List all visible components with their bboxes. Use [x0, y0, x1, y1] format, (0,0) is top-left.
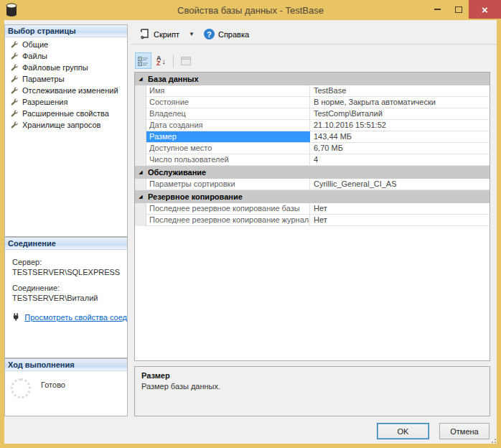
wrench-icon: [10, 63, 19, 72]
server-value: TESTSERVER\SQLEXPRESS: [12, 268, 127, 276]
grid-property-row[interactable]: Размер143,44 МБ: [135, 131, 490, 143]
sort-alphabetical-button[interactable]: AZ ↓: [153, 52, 169, 69]
toolbar-separator: [173, 55, 174, 67]
property-value: Нет: [310, 215, 490, 226]
property-value: Cyrillic_General_CI_AS: [310, 179, 490, 190]
property-value: Нет: [310, 203, 490, 215]
row-gutter: [135, 108, 146, 120]
property-pages-icon: [181, 57, 191, 65]
sort-alphabetical-icon: AZ ↓: [156, 56, 166, 66]
categorized-button[interactable]: [135, 52, 151, 69]
description-title: Размер: [141, 371, 483, 380]
wrench-icon: [10, 98, 19, 106]
view-connection-properties-link[interactable]: Просмотреть свойства соед: [24, 313, 127, 322]
property-value: 21.10.2016 15:51:52: [310, 120, 490, 131]
grid-property-row[interactable]: Дата создания21.10.2016 15:51:52: [135, 120, 490, 131]
sidebar-page-label: Файловые группы: [22, 63, 88, 72]
row-gutter: [135, 143, 146, 154]
grid-category-row[interactable]: ◢Обслуживание: [135, 166, 490, 179]
grid-property-row[interactable]: Последнее резервное копирование базыНет: [135, 203, 490, 215]
script-dropdown-caret[interactable]: ▼: [184, 31, 199, 37]
sidebar-page-label: Расширенные свойства: [22, 109, 109, 118]
category-name: База данных: [146, 75, 199, 83]
grid-category-row[interactable]: ◢Резервное копирование: [135, 190, 490, 203]
sidebar-page-item[interactable]: Общие: [5, 39, 127, 50]
property-name: Состояние: [146, 97, 310, 108]
wrench-icon: [10, 52, 19, 60]
property-name: Доступное место: [146, 143, 310, 154]
connection-label: Соединение:: [12, 284, 127, 292]
cancel-button[interactable]: Отмена: [439, 423, 490, 439]
property-name: Последнее резервное копирование базы: [146, 203, 310, 215]
grid-property-row[interactable]: Доступное место6,70 МБ: [135, 143, 490, 154]
wrench-icon: [10, 40, 19, 49]
row-gutter: [135, 120, 146, 131]
property-value: TestBase: [310, 85, 490, 97]
minimize-button[interactable]: [427, 0, 448, 19]
sidebar-page-item[interactable]: Отслеживание изменений: [5, 85, 127, 96]
sidebar-page-label: Отслеживание изменений: [22, 86, 118, 95]
sidebar-page-item[interactable]: Файлы: [5, 50, 127, 62]
category-name: Резервное копирование: [146, 192, 243, 201]
property-value: 143,44 МБ: [310, 131, 490, 143]
sidebar-page-item[interactable]: Хранилище запросов: [5, 119, 127, 131]
script-button[interactable]: Скрипт: [137, 27, 182, 41]
description-text: Размер базы данных.: [141, 382, 483, 391]
grid-category-row[interactable]: ◢База данных: [135, 73, 490, 85]
grid-property-row[interactable]: Последнее резервное копирование журналаН…: [135, 215, 490, 226]
progress-header: Ход выполнения: [5, 359, 127, 371]
client-area: Выбор страницы ОбщиеФайлыФайловые группы…: [4, 20, 497, 444]
grid-property-row[interactable]: СостояниеВ норме, Закрыта автоматически: [135, 97, 490, 108]
sidebar-page-label: Общие: [22, 40, 48, 49]
maximize-button[interactable]: [448, 0, 469, 19]
page-selector-header: Выбор страницы: [5, 25, 127, 37]
grid-property-row[interactable]: ИмяTestBase: [135, 85, 490, 97]
property-value: 6,70 МБ: [310, 143, 490, 154]
resize-grip[interactable]: [489, 436, 496, 443]
wrench-icon: [10, 121, 19, 129]
wrench-icon: [10, 75, 19, 83]
sidebar-page-item[interactable]: Параметры: [5, 73, 127, 85]
database-properties-dialog: Свойства базы данных - TestBase × Выбор …: [0, 0, 501, 448]
category-expand-icon[interactable]: ◢: [135, 169, 146, 175]
category-expand-icon[interactable]: ◢: [135, 194, 146, 200]
close-button[interactable]: ×: [469, 0, 501, 19]
window-title: Свойства базы данных - TestBase: [0, 5, 501, 16]
row-gutter: [135, 203, 146, 215]
connection-header: Соединение: [5, 238, 127, 250]
grid-property-row[interactable]: Параметры сортировкиCyrillic_General_CI_…: [135, 179, 490, 190]
property-name: Владелец: [146, 108, 310, 120]
sidebar-page-item[interactable]: Расширенные свойства: [5, 108, 127, 119]
script-icon: [139, 29, 150, 39]
ok-button[interactable]: OK: [377, 423, 429, 439]
page-selector-panel: Выбор страницы ОбщиеФайлыФайловые группы…: [4, 24, 128, 237]
property-value: 4: [310, 154, 490, 166]
category-name: Обслуживание: [146, 168, 206, 177]
row-gutter: [135, 97, 146, 108]
help-icon: ?: [204, 29, 215, 39]
property-name: Число пользователей: [146, 154, 310, 166]
sidebar-page-label: Разрешения: [22, 98, 67, 106]
database-icon: [5, 3, 18, 17]
connection-value: TESTSERVER\Виталий: [12, 294, 127, 302]
sidebar-page-item[interactable]: Разрешения: [5, 96, 127, 108]
property-name: Последнее резервное копирование журнала: [146, 215, 310, 226]
property-grid: ◢База данныхИмяTestBaseСостояниеВ норме,…: [134, 72, 490, 361]
property-value: В норме, Закрыта автоматически: [310, 97, 490, 108]
property-pages-button: [177, 52, 194, 69]
script-label: Скрипт: [154, 30, 179, 39]
grid-property-row[interactable]: Число пользователей4: [135, 154, 490, 166]
property-value: TestComp\Виталий: [310, 108, 490, 120]
property-name: Дата создания: [146, 120, 310, 131]
titlebar[interactable]: Свойства базы данных - TestBase ×: [0, 0, 501, 20]
property-description-panel: Размер Размер базы данных.: [134, 366, 490, 416]
wrench-icon: [10, 109, 19, 118]
progress-panel: Ход выполнения Готово: [4, 358, 128, 416]
property-name: Размер: [146, 131, 310, 143]
help-button[interactable]: ? Справка: [202, 27, 251, 41]
sidebar-page-label: Параметры: [22, 75, 65, 83]
sidebar-page-label: Хранилище запросов: [22, 121, 100, 129]
category-expand-icon[interactable]: ◢: [135, 76, 146, 82]
grid-property-row[interactable]: ВладелецTestComp\Виталий: [135, 108, 490, 120]
sidebar-page-item[interactable]: Файловые группы: [5, 62, 127, 73]
